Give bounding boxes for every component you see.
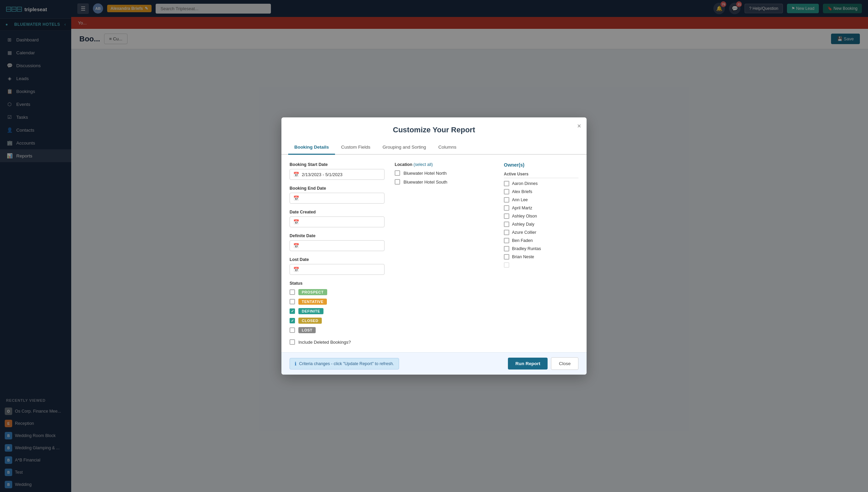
status-item-prospect: PROSPECT bbox=[290, 289, 384, 295]
calendar-icon-created: 📅 bbox=[293, 219, 299, 225]
modal-title: Customize Your Report bbox=[290, 126, 578, 134]
owner-item-alex: Alex Briefs bbox=[504, 189, 578, 194]
owner-item-ann: Ann Lee bbox=[504, 197, 578, 203]
tab-grouping-sorting[interactable]: Grouping and Sorting bbox=[376, 140, 432, 155]
modal-body: Booking Start Date 📅 2/13/2023 - 5/1/202… bbox=[281, 155, 587, 352]
booking-start-date-input[interactable]: 📅 2/13/2023 - 5/1/2023 bbox=[290, 169, 384, 180]
status-badge-closed: CLOSED bbox=[298, 318, 322, 324]
status-checkbox-prospect[interactable] bbox=[290, 289, 295, 295]
owner-item-bradley: Bradley Runtas bbox=[504, 246, 578, 251]
definite-date-label: Definite Date bbox=[290, 233, 384, 238]
modal-close-button[interactable]: × bbox=[577, 122, 581, 130]
calendar-icon-end: 📅 bbox=[293, 195, 299, 201]
owner-name-ben: Ben Faden bbox=[512, 238, 533, 243]
include-deleted-checkbox[interactable] bbox=[290, 339, 295, 345]
include-deleted-group: Include Deleted Bookings? bbox=[290, 339, 384, 345]
modal-tabs: Booking Details Custom Fields Grouping a… bbox=[281, 140, 587, 155]
status-badge-prospect: PROSPECT bbox=[298, 289, 327, 295]
owner-checkbox-ashley-o[interactable] bbox=[504, 213, 509, 219]
owner-item-aaron: Aaron Dinnes bbox=[504, 181, 578, 186]
owner-checkbox-bradley[interactable] bbox=[504, 246, 509, 251]
owner-checkbox-ann[interactable] bbox=[504, 197, 509, 203]
owner-name-azure: Azure Collier bbox=[512, 230, 536, 235]
owner-checkbox-more[interactable] bbox=[504, 262, 509, 268]
owner-name-aaron: Aaron Dinnes bbox=[512, 181, 538, 186]
owner-checkbox-april[interactable] bbox=[504, 205, 509, 211]
status-badge-definite: DEFINITE bbox=[298, 308, 323, 314]
date-created-label: Date Created bbox=[290, 210, 384, 214]
tab-columns[interactable]: Columns bbox=[432, 140, 462, 155]
location-item-north: Bluewater Hotel North bbox=[395, 170, 494, 176]
status-item-closed: CLOSED bbox=[290, 318, 384, 324]
status-checkbox-closed[interactable] bbox=[290, 318, 295, 323]
modal-close-footer-button[interactable]: Close bbox=[551, 357, 578, 370]
owner-name-ashley-o: Ashley Olson bbox=[512, 214, 537, 219]
owner-checkbox-ashley-d[interactable] bbox=[504, 222, 509, 227]
owner-item-azure: Azure Collier bbox=[504, 230, 578, 235]
info-icon: ℹ bbox=[295, 361, 296, 366]
owner-name-bradley: Bradley Runtas bbox=[512, 246, 541, 251]
date-created-group: Date Created 📅 bbox=[290, 210, 384, 227]
owner-name-april: April Martz bbox=[512, 206, 532, 210]
date-created-input[interactable]: 📅 bbox=[290, 216, 384, 227]
run-report-button[interactable]: Run Report bbox=[508, 358, 548, 370]
active-users-label: Active Users bbox=[504, 172, 578, 178]
modal-col-mid: Location (select all) Bluewater Hotel No… bbox=[395, 162, 494, 345]
modal-footer: ℹ Criteria changes - click "Update Repor… bbox=[281, 352, 587, 375]
lost-date-group: Lost Date 📅 bbox=[290, 257, 384, 275]
location-name-south: Bluewater Hotel South bbox=[403, 179, 447, 185]
status-checkbox-definite[interactable] bbox=[290, 308, 295, 314]
footer-info-text: Criteria changes - click "Update Report"… bbox=[299, 361, 394, 366]
modal-overlay[interactable]: Customize Your Report × Booking Details … bbox=[0, 0, 868, 492]
definite-date-group: Definite Date 📅 bbox=[290, 233, 384, 251]
definite-date-input[interactable]: 📅 bbox=[290, 240, 384, 251]
location-header: Location (select all) bbox=[395, 162, 494, 167]
owner-item-ben: Ben Faden bbox=[504, 238, 578, 243]
owner-item-brian: Brian Neste bbox=[504, 254, 578, 260]
booking-start-date-value: 2/13/2023 - 5/1/2023 bbox=[302, 172, 342, 177]
owner-name-ashley-d: Ashley Daly bbox=[512, 222, 534, 227]
customize-report-modal: Customize Your Report × Booking Details … bbox=[281, 117, 587, 375]
location-item-south: Bluewater Hotel South bbox=[395, 179, 494, 185]
calendar-icon-start: 📅 bbox=[293, 172, 299, 177]
location-checkbox-south[interactable] bbox=[395, 179, 400, 185]
lost-date-input[interactable]: 📅 bbox=[290, 264, 384, 275]
booking-end-date-input[interactable]: 📅 bbox=[290, 193, 384, 204]
owner-checkbox-brian[interactable] bbox=[504, 254, 509, 260]
status-badge-tentative: TENTATIVE bbox=[298, 299, 327, 305]
include-deleted-label: Include Deleted Bookings? bbox=[298, 340, 351, 345]
booking-end-date-group: Booking End Date 📅 bbox=[290, 186, 384, 204]
status-group: Status PROSPECT TENTATIVE DEFINITE bbox=[290, 281, 384, 333]
modal-col-left: Booking Start Date 📅 2/13/2023 - 5/1/202… bbox=[290, 162, 384, 345]
status-badge-lost: LOST bbox=[298, 327, 316, 333]
location-group: Location (select all) Bluewater Hotel No… bbox=[395, 162, 494, 185]
owner-title: Owner(s) bbox=[504, 162, 578, 168]
location-label: Location bbox=[395, 162, 412, 167]
status-checkbox-lost[interactable] bbox=[290, 327, 295, 333]
owner-checkbox-azure[interactable] bbox=[504, 230, 509, 235]
booking-start-date-group: Booking Start Date 📅 2/13/2023 - 5/1/202… bbox=[290, 162, 384, 180]
booking-start-date-label: Booking Start Date bbox=[290, 162, 384, 167]
owner-item-more bbox=[504, 262, 578, 268]
location-checkbox-north[interactable] bbox=[395, 170, 400, 176]
booking-end-date-label: Booking End Date bbox=[290, 186, 384, 191]
status-item-definite: DEFINITE bbox=[290, 308, 384, 314]
owner-checkbox-ben[interactable] bbox=[504, 238, 509, 243]
tab-custom-fields[interactable]: Custom Fields bbox=[335, 140, 376, 155]
owner-name-brian: Brian Neste bbox=[512, 254, 534, 259]
owner-name-alex: Alex Briefs bbox=[512, 189, 532, 194]
footer-info: ℹ Criteria changes - click "Update Repor… bbox=[290, 358, 399, 370]
status-checkbox-tentative[interactable] bbox=[290, 299, 295, 304]
location-select-all[interactable]: (select all) bbox=[414, 162, 433, 167]
calendar-icon-lost: 📅 bbox=[293, 267, 299, 272]
owner-checkbox-aaron[interactable] bbox=[504, 181, 509, 186]
status-item-tentative: TENTATIVE bbox=[290, 299, 384, 305]
lost-date-label: Lost Date bbox=[290, 257, 384, 262]
owner-item-april: April Martz bbox=[504, 205, 578, 211]
owner-name-ann: Ann Lee bbox=[512, 197, 528, 202]
modal-col-right: Owner(s) Active Users Aaron Dinnes Alex … bbox=[504, 162, 578, 345]
tab-booking-details[interactable]: Booking Details bbox=[288, 140, 335, 155]
owner-checkbox-alex[interactable] bbox=[504, 189, 509, 194]
modal-header: Customize Your Report × bbox=[281, 117, 587, 134]
status-label: Status bbox=[290, 281, 384, 286]
